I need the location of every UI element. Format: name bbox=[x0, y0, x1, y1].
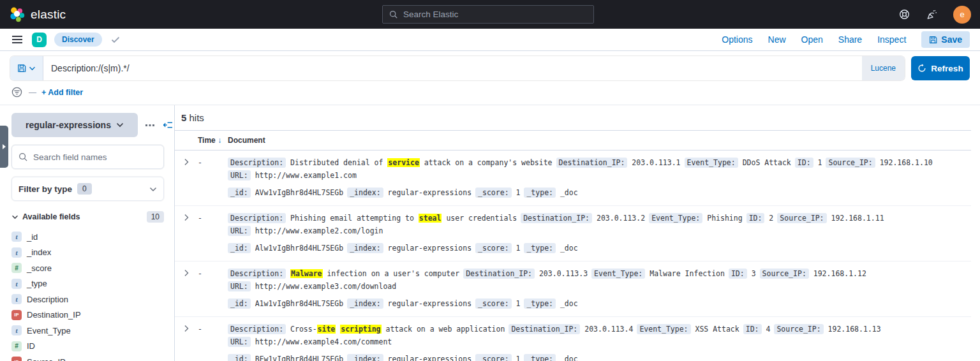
field-item-Destination_IP[interactable]: IPDestination_IP bbox=[11, 307, 164, 323]
doc-field-pair: ID: 3 bbox=[729, 267, 756, 280]
user-avatar[interactable]: e bbox=[953, 6, 971, 24]
handle-arrow-icon bbox=[3, 144, 6, 149]
open-link[interactable]: Open bbox=[801, 34, 823, 45]
search-icon bbox=[389, 10, 398, 19]
doc-field-label: ID: bbox=[729, 269, 747, 279]
field-type-icon: t bbox=[11, 279, 22, 289]
field-item-_index[interactable]: t_index bbox=[11, 245, 164, 261]
doc-field-label: URL: bbox=[228, 226, 251, 236]
field-item-ID[interactable]: #ID bbox=[11, 339, 164, 355]
options-link[interactable]: Options bbox=[722, 34, 752, 45]
time-column-header[interactable]: Time ↓ bbox=[198, 136, 228, 145]
index-options-icon[interactable] bbox=[144, 122, 156, 128]
doc-field-label: _type: bbox=[524, 243, 556, 253]
chevron-down-icon bbox=[11, 215, 19, 219]
field-item-_type[interactable]: t_type bbox=[11, 276, 164, 292]
table-row: -Description: Distributed denial of serv… bbox=[175, 151, 971, 206]
doc-field-pair: Description: Distributed denial of servi… bbox=[228, 156, 553, 169]
save-button[interactable]: Save bbox=[921, 31, 970, 48]
row-document: Description: Malware infection on a user… bbox=[228, 267, 971, 310]
doc-field-pair: _id: Alw1vIgBhr8d4HL7SEGb bbox=[228, 242, 343, 254]
doc-field-pair: _index: regular-expressions bbox=[347, 186, 471, 199]
breadcrumb-discover[interactable]: Discover bbox=[54, 33, 102, 47]
field-item-Description[interactable]: tDescription bbox=[11, 291, 164, 307]
doc-field-label: _id: bbox=[228, 298, 251, 309]
saved-query-menu-button[interactable] bbox=[10, 56, 43, 80]
menu-hamburger-icon[interactable] bbox=[10, 34, 24, 45]
sort-descending-icon[interactable]: ↓ bbox=[218, 136, 221, 145]
refresh-button[interactable]: Refresh bbox=[911, 56, 970, 80]
add-filter-link[interactable]: + Add filter bbox=[41, 88, 83, 97]
hits-label: hits bbox=[189, 112, 204, 123]
field-item-Event_Type[interactable]: tEvent_Type bbox=[11, 323, 164, 339]
query-bar: Description:/(s|m).*/ Lucene Refresh bbox=[0, 51, 980, 80]
filter-by-type-dropdown[interactable]: Filter by type 0 bbox=[11, 177, 164, 201]
doc-field-label: _index: bbox=[347, 243, 383, 253]
doc-field-label: URL: bbox=[228, 281, 251, 291]
index-pattern-selector[interactable]: regular-expressions bbox=[11, 113, 138, 137]
field-name: _score bbox=[27, 263, 52, 273]
doc-field-label: Description: bbox=[228, 324, 286, 334]
space-badge[interactable]: D bbox=[32, 33, 47, 47]
doc-field-label: _id: bbox=[228, 354, 251, 361]
collapse-sidebar-icon[interactable] bbox=[162, 120, 174, 130]
doc-field-pair: _type: _doc bbox=[524, 242, 577, 254]
expand-row-icon[interactable] bbox=[175, 323, 198, 361]
save-icon bbox=[929, 36, 937, 44]
table-header: Time ↓ Document bbox=[175, 131, 971, 151]
global-search-input[interactable]: Search Elastic bbox=[382, 5, 594, 24]
doc-field-label: Source_IP: bbox=[774, 324, 823, 334]
filter-icon[interactable] bbox=[10, 85, 24, 99]
table-row: -Description: Cross-site scripting attac… bbox=[175, 317, 971, 361]
expand-row-icon[interactable] bbox=[175, 156, 198, 199]
doc-field-pair: _type: _doc bbox=[524, 297, 577, 310]
doc-field-label: Source_IP: bbox=[777, 213, 826, 223]
query-language-selector[interactable]: Lucene bbox=[862, 56, 905, 80]
field-item-Source_IP[interactable]: IPSource_IP bbox=[11, 354, 164, 361]
doc-field-pair: Destination_IP: 203.0.113.3 bbox=[463, 267, 588, 280]
hits-count: 5 hits bbox=[175, 105, 971, 131]
field-item-_score[interactable]: #_score bbox=[11, 260, 164, 276]
doc-field-pair: Event_Type: Phishing bbox=[649, 212, 743, 225]
newsfeed-icon[interactable] bbox=[925, 8, 939, 22]
brand[interactable]: elastic bbox=[9, 6, 66, 22]
sidebar-collapse-handle[interactable] bbox=[0, 126, 8, 168]
highlighted-term: scripting bbox=[340, 325, 381, 334]
doc-field-pair: ID: 4 bbox=[743, 323, 771, 335]
field-type-icon: # bbox=[11, 263, 22, 273]
doc-field-pair: Destination_IP: 203.0.113.4 bbox=[509, 323, 633, 335]
doc-field-label: Destination_IP: bbox=[509, 324, 580, 334]
available-fields-count-badge: 10 bbox=[147, 211, 164, 223]
expand-row-icon[interactable] bbox=[175, 212, 198, 254]
doc-field-pair: Source_IP: 192.168.1.11 bbox=[777, 212, 884, 225]
field-type-icon: t bbox=[11, 325, 22, 335]
doc-field-pair: _index: regular-expressions bbox=[347, 242, 471, 254]
breadcrumb-check-icon bbox=[110, 35, 121, 45]
top-header: elastic Search Elastic bbox=[0, 0, 980, 29]
query-input[interactable]: Description:/(s|m).*/ bbox=[43, 56, 862, 80]
doc-field-pair: Description: Malware infection on a user… bbox=[228, 267, 459, 280]
app-navbar: D Discover Options New Open Share Inspec… bbox=[0, 29, 980, 51]
inspect-link[interactable]: Inspect bbox=[877, 34, 906, 45]
chevron-down-icon bbox=[149, 184, 157, 194]
doc-field-label: Source_IP: bbox=[760, 269, 809, 279]
help-icon[interactable] bbox=[898, 8, 911, 21]
share-link[interactable]: Share bbox=[838, 34, 862, 45]
expand-row-icon[interactable] bbox=[175, 267, 198, 310]
available-fields-header[interactable]: Available fields 10 bbox=[11, 211, 164, 223]
doc-field-pair: Source_IP: 192.168.1.10 bbox=[826, 156, 932, 169]
doc-field-pair: URL: http://www.example3.com/download bbox=[228, 280, 396, 293]
doc-field-label: ID: bbox=[743, 324, 762, 334]
row-document: Description: Distributed denial of servi… bbox=[228, 156, 971, 199]
new-link[interactable]: New bbox=[768, 34, 786, 45]
doc-field-label: _type: bbox=[524, 188, 556, 198]
doc-field-label: URL: bbox=[228, 337, 251, 347]
field-name: Source_IP bbox=[27, 357, 66, 361]
doc-field-label: _type: bbox=[524, 354, 556, 361]
field-name: Description bbox=[27, 295, 68, 304]
row-time-value: - bbox=[198, 156, 228, 199]
field-type-icon: IP bbox=[11, 357, 22, 361]
field-item-_id[interactable]: t_id bbox=[11, 229, 164, 245]
field-search-input[interactable]: Search field names bbox=[11, 145, 164, 169]
field-type-icon: t bbox=[11, 232, 22, 242]
